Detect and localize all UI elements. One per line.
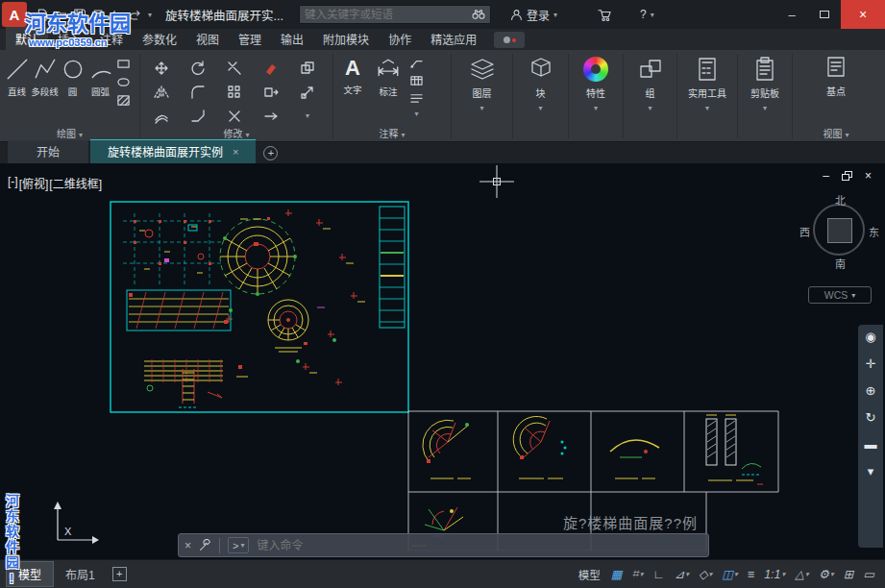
- ellipse-icon[interactable]: [116, 76, 131, 88]
- offset-button[interactable]: [143, 104, 180, 128]
- arc-button[interactable]: 圆弧: [86, 54, 114, 98]
- dimension-button[interactable]: 标注: [369, 54, 407, 98]
- modify-more-button[interactable]: ▾: [289, 104, 326, 128]
- ribbon-tab-view[interactable]: 视图: [186, 27, 229, 50]
- app-menu-button[interactable]: A: [2, 2, 27, 27]
- clean-screen-icon[interactable]: ▭: [858, 565, 879, 583]
- ribbon-tab-featured-apps[interactable]: 精选应用: [421, 27, 486, 50]
- start-tab[interactable]: 开始: [8, 140, 88, 163]
- erase-button[interactable]: [253, 56, 289, 80]
- viewport-minimize-control[interactable]: [-]: [8, 175, 18, 191]
- grid-icon[interactable]: ▦: [606, 565, 627, 583]
- polyline-button[interactable]: 多段线: [31, 54, 59, 98]
- redo-icon[interactable]: [130, 9, 141, 21]
- steering-wheel-icon[interactable]: ◉: [865, 331, 875, 344]
- save-icon[interactable]: [74, 9, 86, 21]
- viewcube-south[interactable]: 南: [835, 256, 846, 271]
- close-tab-icon[interactable]: ×: [233, 146, 238, 158]
- fillet-button[interactable]: [180, 80, 216, 104]
- annotate-panel-label[interactable]: 注释 ▾: [333, 126, 451, 140]
- pan-icon[interactable]: ✛: [866, 357, 876, 371]
- ribbon-tab-output[interactable]: 输出: [271, 27, 313, 50]
- viewport-visualstyle-control[interactable]: [二维线框]: [49, 175, 102, 191]
- command-close-icon[interactable]: ×: [184, 539, 191, 552]
- ribbon-tab-insert[interactable]: 插入: [48, 27, 90, 50]
- undo-icon[interactable]: [111, 9, 122, 21]
- orbit-icon[interactable]: ↻: [866, 411, 876, 425]
- ribbon-tab-collaborate[interactable]: 协作: [379, 27, 421, 50]
- open-file-icon[interactable]: [55, 9, 66, 21]
- chamfer-button[interactable]: [180, 104, 216, 128]
- ortho-icon[interactable]: ∟: [648, 566, 669, 583]
- clipboard-button[interactable]: 剪贴板 ▾: [738, 50, 792, 141]
- doc-restore-button[interactable]: [842, 171, 852, 181]
- lengthen-button[interactable]: [253, 104, 289, 128]
- array-button[interactable]: [216, 80, 253, 104]
- maximize-button[interactable]: [808, 0, 841, 29]
- help-control[interactable]: ? ▾: [640, 8, 654, 21]
- drawing-canvas[interactable]: [-] [俯视] [二维线框] – × 北 南 西 东 WCS ▾ ◉ ✛ ⊕ …: [0, 163, 885, 559]
- move-button[interactable]: [143, 56, 180, 80]
- new-layout-button[interactable]: +: [112, 567, 127, 581]
- text-button[interactable]: A 文字: [336, 54, 369, 96]
- modify-panel-label[interactable]: 修改 ▾: [140, 126, 332, 140]
- explode-button[interactable]: [216, 104, 253, 128]
- circle-button[interactable]: 圆: [59, 54, 86, 98]
- line-button[interactable]: 直线: [3, 54, 31, 98]
- group-button[interactable]: 组 ▾: [624, 50, 676, 141]
- workspace-gear-icon[interactable]: ⚙▾: [814, 565, 839, 583]
- hatch-icon[interactable]: [116, 94, 131, 107]
- snap-icon[interactable]: ⌗▾: [627, 565, 649, 583]
- signin-control[interactable]: 登录 ▾: [510, 7, 557, 23]
- annotation-monitor-icon[interactable]: ⊞: [839, 565, 858, 583]
- table-icon[interactable]: [409, 75, 424, 86]
- trim-button[interactable]: [216, 56, 253, 80]
- osnap-icon[interactable]: ◫▾: [717, 565, 743, 583]
- ribbon-tab-default[interactable]: 默认: [6, 27, 48, 50]
- showmotion-icon[interactable]: ▬: [865, 438, 877, 452]
- rotate-button[interactable]: [180, 56, 216, 80]
- close-button[interactable]: ×: [841, 0, 885, 29]
- command-line[interactable]: × > ▾: [178, 533, 709, 557]
- wrench-icon[interactable]: [199, 539, 211, 551]
- leader-icon[interactable]: [409, 58, 424, 69]
- view-panel-label[interactable]: 视图 ▾: [793, 126, 879, 140]
- plot-icon[interactable]: [92, 9, 104, 21]
- viewcube[interactable]: 北 南 西 东: [805, 194, 874, 267]
- command-options-button[interactable]: > ▾: [228, 537, 249, 553]
- viewport-view-control[interactable]: [俯视]: [19, 175, 49, 191]
- polar-icon[interactable]: ⊿▾: [670, 565, 694, 583]
- app-store-button[interactable]: [598, 9, 611, 21]
- model-layout-tab[interactable]: 模型: [6, 561, 54, 587]
- annotation-scale-control[interactable]: 1:1▾: [759, 566, 790, 583]
- properties-button[interactable]: 特性 ▾: [569, 50, 623, 141]
- drawing-tab[interactable]: 旋转楼梯曲面展开实例 ×: [90, 139, 256, 163]
- ribbon-tab-manage[interactable]: 管理: [229, 27, 271, 50]
- annotation-visibility-icon[interactable]: △▾: [790, 565, 813, 583]
- isodraft-icon[interactable]: ◇▾: [694, 565, 717, 583]
- viewcube-north[interactable]: 北: [835, 192, 846, 208]
- minimize-button[interactable]: –: [775, 0, 808, 29]
- ribbon-tab-addins[interactable]: 附加模块: [313, 27, 379, 50]
- ribbon-tab-annotate[interactable]: 注释: [90, 27, 133, 50]
- viewcube-west[interactable]: 西: [799, 224, 810, 239]
- new-file-icon[interactable]: [37, 9, 48, 21]
- ribbon-tab-parametric[interactable]: 参数化: [133, 27, 186, 50]
- utilities-button[interactable]: 实用工具 ▾: [677, 50, 737, 141]
- lineweight-icon[interactable]: ≡: [743, 566, 759, 583]
- mtext-icon[interactable]: [409, 92, 424, 104]
- doc-minimize-button[interactable]: –: [823, 169, 829, 183]
- layout1-tab[interactable]: 布局1: [54, 562, 107, 586]
- mirror-button[interactable]: [143, 80, 180, 104]
- block-button[interactable]: 块 ▾: [513, 50, 568, 141]
- rectangle-icon[interactable]: [116, 58, 131, 70]
- ribbon-display-toggle[interactable]: [494, 32, 525, 48]
- viewcube-face[interactable]: [827, 218, 852, 243]
- navbar-more-icon[interactable]: ▾: [868, 465, 874, 478]
- qat-chevron-icon[interactable]: ▾: [148, 11, 152, 19]
- wcs-dropdown[interactable]: WCS ▾: [808, 286, 872, 304]
- copy-button[interactable]: [289, 56, 326, 80]
- binoculars-search-icon[interactable]: [472, 9, 485, 20]
- command-input[interactable]: [257, 539, 702, 552]
- draw-panel-label[interactable]: 绘图 ▾: [0, 126, 139, 140]
